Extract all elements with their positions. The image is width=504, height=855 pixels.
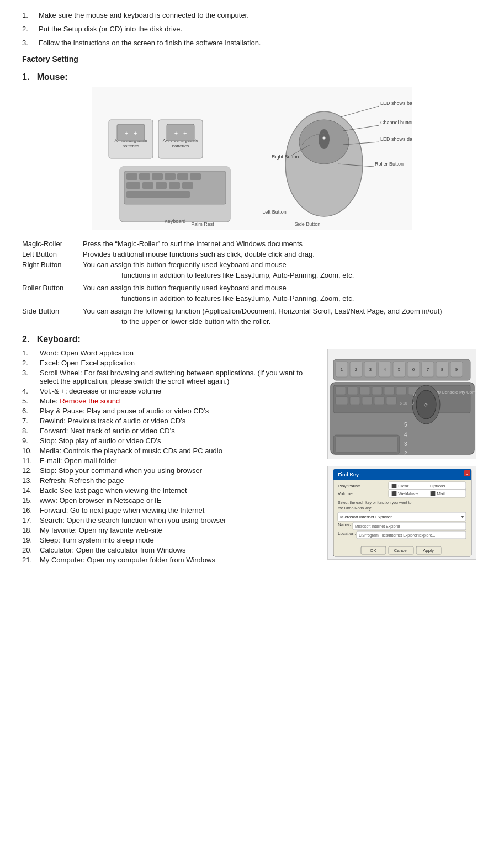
svg-text:Select the each key or functio: Select the each key or function you want… bbox=[338, 501, 412, 505]
svg-text:Side Button: Side Button bbox=[294, 221, 320, 227]
svg-rect-76 bbox=[374, 397, 384, 405]
svg-text:My Computer 21: My Computer 21 bbox=[459, 390, 476, 395]
svg-text:◉: ◉ bbox=[322, 136, 326, 140]
keyboard-section: 2. Keyboard: 1. Word: Open Word applicat… bbox=[22, 334, 482, 566]
svg-rect-39 bbox=[126, 191, 190, 198]
mouse-desc-roller-button-main: Roller Button You can assign this button… bbox=[22, 284, 482, 292]
hotkey-dialog-image: Find Key × Play/Pause ⬛ Clear Options Vo… bbox=[327, 466, 476, 560]
mouse-heading: 1. Mouse: bbox=[22, 72, 482, 82]
svg-text:5: 5 bbox=[398, 367, 401, 372]
svg-text:3: 3 bbox=[369, 367, 372, 372]
mouse-desc-right-button-main: Right Button You can assign this button … bbox=[22, 261, 482, 269]
svg-rect-73 bbox=[336, 397, 348, 405]
svg-text:6: 6 bbox=[412, 367, 415, 372]
svg-rect-36 bbox=[156, 182, 167, 189]
kb-item-11: 11. E-mail: Open mail folder bbox=[22, 456, 316, 465]
svg-text:Microsoft Internet Explorer: Microsoft Internet Explorer bbox=[355, 524, 401, 529]
mute-label: Remove the sound bbox=[60, 397, 120, 405]
svg-text:7: 7 bbox=[427, 367, 429, 372]
svg-text:2: 2 bbox=[404, 450, 407, 456]
svg-rect-37 bbox=[169, 182, 180, 189]
svg-text:⟳: ⟳ bbox=[424, 402, 428, 408]
svg-text:×: × bbox=[466, 472, 469, 477]
kb-item-18: 18. My favorite: Open my favorite web-si… bbox=[22, 526, 316, 534]
svg-text:Microsoft Internet Explorer: Microsoft Internet Explorer bbox=[340, 514, 392, 519]
kb-item-12: 12. Stop: Stop your command when you usi… bbox=[22, 466, 316, 475]
kb-item-19: 19. Sleep: Turn system into sleep mode bbox=[22, 536, 316, 544]
svg-text:Roller Button: Roller Button bbox=[375, 161, 404, 167]
mouse-desc-side-button-cont: to the upper or lower side button with t… bbox=[22, 317, 482, 326]
svg-text:20 Console: 20 Console bbox=[436, 390, 458, 395]
svg-text:OK: OK bbox=[370, 548, 376, 553]
svg-rect-69 bbox=[372, 387, 382, 395]
svg-rect-66 bbox=[336, 387, 346, 395]
svg-text:Play/Pause: Play/Pause bbox=[338, 484, 360, 488]
svg-text:Location:: Location: bbox=[338, 531, 356, 536]
svg-text:LED shows battery-recharging s: LED shows battery-recharging status bbox=[380, 100, 412, 106]
mouse-desc-side-button-main: Side Button You can assign the following… bbox=[22, 307, 482, 315]
svg-text:Right Button: Right Button bbox=[272, 154, 299, 160]
kb-item-3: 3. Scroll Wheel: For fast browsing and s… bbox=[22, 369, 316, 385]
svg-text:⬛ WebMove: ⬛ WebMove bbox=[391, 491, 418, 496]
svg-text:▼: ▼ bbox=[460, 514, 465, 519]
svg-text:batteries: batteries bbox=[172, 144, 189, 148]
svg-text:_____________________: _____________________ bbox=[340, 443, 392, 448]
svg-rect-75 bbox=[362, 397, 372, 405]
svg-rect-70 bbox=[384, 387, 394, 395]
svg-rect-77 bbox=[386, 397, 396, 405]
svg-text:+ - +: + - + bbox=[124, 130, 137, 136]
factory-setting-title: Factory Setting bbox=[22, 55, 482, 63]
svg-rect-67 bbox=[348, 387, 358, 395]
svg-text:8: 8 bbox=[441, 367, 444, 372]
mouse-diagram-svg: AA rechargeable batteries + - + AAA rech… bbox=[92, 87, 412, 230]
svg-rect-38 bbox=[182, 182, 193, 189]
svg-text:the Undo/Redo key:: the Undo/Redo key: bbox=[338, 506, 372, 511]
svg-rect-28 bbox=[126, 173, 137, 180]
mouse-descriptions: Magic-Roller Press the “Magic-Roller” to… bbox=[22, 240, 482, 326]
keyboard-svg: 1 2 3 4 5 6 7 8 9 bbox=[328, 349, 476, 459]
kb-item-4: 4. Vol.-& +: decrease or increase volume bbox=[22, 387, 316, 395]
svg-rect-30 bbox=[152, 173, 163, 180]
kb-item-14: 14. Back: See last page when viewing the… bbox=[22, 486, 316, 495]
intro-item-3: 3. Follow the instructions on the screen… bbox=[22, 39, 482, 47]
kb-item-8: 8. Forward: Next track of audio or video… bbox=[22, 427, 316, 435]
svg-rect-32 bbox=[177, 173, 188, 180]
svg-text:⬛ Clear: ⬛ Clear bbox=[391, 483, 409, 488]
svg-rect-29 bbox=[139, 173, 150, 180]
svg-text:Left Button: Left Button bbox=[262, 209, 287, 215]
svg-text:Options: Options bbox=[430, 484, 445, 488]
svg-text:6 10: 6 10 bbox=[400, 401, 407, 405]
kb-item-13: 13. Refresh: Refresh the page bbox=[22, 476, 316, 485]
svg-text:3: 3 bbox=[404, 441, 407, 447]
svg-text:Palm Rest: Palm Rest bbox=[191, 221, 214, 227]
kb-item-9: 9. Stop: Stop play of audio or video CD’… bbox=[22, 437, 316, 445]
intro-item-1: 1. Make sure the mouse and keyboard is c… bbox=[22, 11, 482, 19]
svg-text:+ - +: + - + bbox=[174, 130, 187, 136]
keyboard-images: 1 2 3 4 5 6 7 8 9 bbox=[327, 349, 482, 566]
svg-text:Channel button: Channel button bbox=[380, 120, 412, 125]
svg-rect-35 bbox=[142, 182, 153, 189]
mouse-desc-right-button-cont: functions in addition to features like E… bbox=[22, 271, 482, 279]
svg-text:Volume: Volume bbox=[338, 491, 353, 496]
keyboard-list: 1. Word: Open Word application 2. Excel:… bbox=[22, 349, 316, 566]
svg-text:Name:: Name: bbox=[338, 522, 351, 527]
svg-text:Keyboard: Keyboard bbox=[164, 219, 185, 224]
svg-text:9: 9 bbox=[412, 401, 414, 405]
mouse-desc-magic-roller: Magic-Roller Press the “Magic-Roller” to… bbox=[22, 240, 482, 248]
kb-item-15: 15. www: Open browser in Netscape or IE bbox=[22, 496, 316, 504]
svg-rect-34 bbox=[126, 182, 140, 189]
svg-text:5: 5 bbox=[404, 422, 407, 428]
kb-item-1: 1. Word: Open Word application bbox=[22, 349, 316, 357]
intro-item-2: 2. Put the Setup disk (or CD) into the d… bbox=[22, 25, 482, 33]
svg-rect-74 bbox=[350, 397, 360, 405]
svg-text:C:\Program Files\Internet Expl: C:\Program Files\Internet Explorer\iexpl… bbox=[359, 533, 436, 538]
hotkey-dialog-svg: Find Key × Play/Pause ⬛ Clear Options Vo… bbox=[328, 466, 476, 560]
svg-text:4: 4 bbox=[384, 367, 386, 372]
svg-text:2: 2 bbox=[355, 367, 358, 372]
svg-text:Cancel: Cancel bbox=[394, 548, 408, 553]
kb-item-5: 5. Mute: Remove the sound bbox=[22, 397, 316, 405]
kb-item-2: 2. Excel: Open Excel application bbox=[22, 359, 316, 367]
kb-item-7: 7. Rewind: Previous track of audio or vi… bbox=[22, 417, 316, 425]
svg-rect-68 bbox=[360, 387, 370, 395]
intro-list: 1. Make sure the mouse and keyboard is c… bbox=[22, 11, 482, 47]
